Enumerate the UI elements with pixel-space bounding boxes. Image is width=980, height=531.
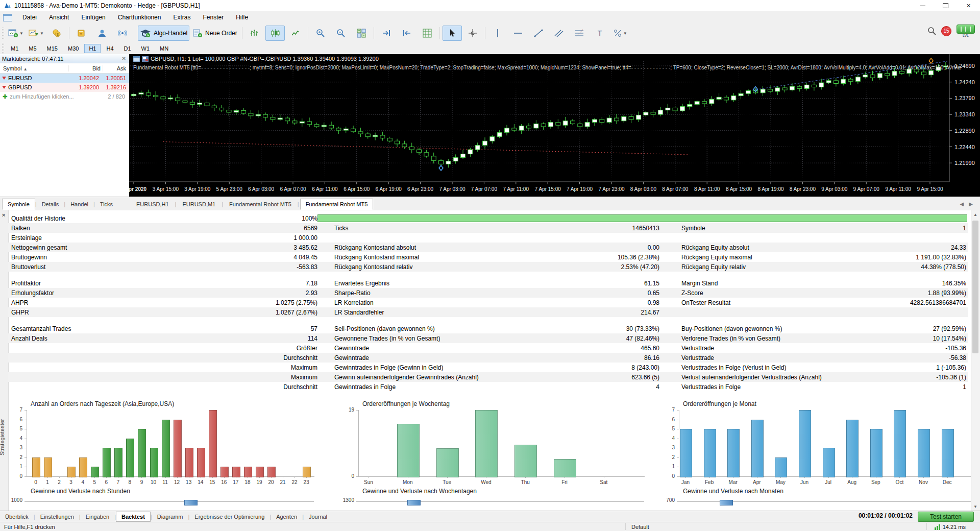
column-symbol[interactable]: Symbol ▲ [0, 65, 69, 71]
chart-tab-fundamental-robot-mt5[interactable]: Fundamental Robot MT5 [224, 199, 297, 209]
shapes-tool[interactable]: ▼ [610, 26, 630, 41]
timeframe-grip[interactable] [2, 42, 4, 55]
tester-tab-überblick[interactable]: Überblick [0, 512, 34, 521]
notification-badge[interactable]: 15 [941, 26, 951, 36]
timeframe-mn[interactable]: MN [155, 44, 173, 53]
scrollbar-thumb[interactable] [972, 221, 978, 353]
stat-value: -105.36 [833, 345, 968, 352]
tab-scroll-arrows[interactable]: ◀▶ [960, 201, 973, 207]
battery-label: LVL [957, 34, 975, 37]
market-watch-row-gbpusd[interactable]: GBPUSD1.392001.39216 [0, 83, 129, 92]
stats-scrollbar[interactable]: ▲ ▼ [971, 210, 980, 511]
market-tab-handel[interactable]: Handel [65, 199, 93, 209]
candlestick-chart[interactable]: 1.246901.242401.237901.233401.228901.224… [129, 54, 980, 197]
menu-ansicht[interactable]: Ansicht [43, 12, 75, 22]
grid-button[interactable] [418, 26, 437, 41]
timeframe-w1[interactable]: W1 [137, 44, 155, 53]
channel-tool[interactable] [549, 26, 569, 41]
column-ask[interactable]: Ask [103, 65, 129, 71]
stats-spacer-row [8, 317, 968, 324]
column-bid[interactable]: Bid [69, 65, 103, 71]
stat-value: 100% [179, 215, 317, 222]
y-tick-label: 0 [7, 473, 22, 479]
maximize-button[interactable] [934, 0, 957, 11]
crosshair-button[interactable] [463, 26, 482, 41]
timeframe-d1[interactable]: D1 [119, 44, 136, 53]
tester-tab-agenten[interactable]: Agenten [271, 512, 302, 521]
community-button[interactable] [92, 26, 112, 41]
tile-windows-button[interactable] [352, 26, 371, 41]
algo-trading-button[interactable]: Algo-Handel [138, 26, 189, 41]
close-button[interactable]: ✕ [957, 0, 980, 11]
svg-text:1.23340: 1.23340 [954, 111, 975, 117]
scroll-down-icon[interactable]: ▼ [971, 502, 979, 511]
timeframe-h1[interactable]: H1 [84, 44, 101, 53]
tester-tab-journal[interactable]: Journal [304, 512, 332, 521]
new-chart-button[interactable]: ▼ [6, 26, 26, 41]
market-watch-close-icon[interactable]: ✕ [121, 56, 127, 61]
menu-datei[interactable]: Datei [16, 12, 43, 22]
cursor-button[interactable] [443, 26, 462, 41]
tester-tab-ergebnisse-der-optimierung[interactable]: Ergebnisse der Optimierung [189, 512, 270, 521]
market-depth-button[interactable]: $ [47, 26, 66, 41]
stat-label: Z-Score [659, 289, 833, 297]
search-icon[interactable] [927, 27, 936, 35]
tester-tab-diagramm[interactable]: Diagramm [152, 512, 188, 521]
stats-row: GrößterGewinntrade465.60Verlusttrade-105… [8, 343, 968, 353]
tester-tab-einstellungen[interactable]: Einstellungen [35, 512, 79, 521]
zoom-out-button[interactable] [331, 26, 351, 41]
market-watch-add-row[interactable]: ✚ zum Hinzufügen klicken... 2 / 820 [0, 92, 129, 101]
chart-tab-eurusd-m1[interactable]: EURUSD,M1 [177, 199, 220, 209]
connection-level[interactable]: LVL [957, 25, 975, 37]
market-watch-row-eurusd[interactable]: EURUSD1.200421.20051 [0, 74, 129, 83]
new-order-button[interactable]: Neue Order [190, 26, 239, 41]
vertical-line-tool[interactable] [488, 26, 507, 41]
timeframe-m30[interactable]: M30 [63, 44, 83, 53]
market-tab-ticks[interactable]: Ticks [95, 199, 118, 209]
bar-nov [918, 429, 930, 477]
status-profile[interactable]: Default [631, 524, 649, 530]
toolbar-grip[interactable] [2, 27, 4, 39]
timeframe-m5[interactable]: M5 [24, 44, 41, 53]
autoscroll-button[interactable] [377, 26, 396, 41]
zoom-in-button[interactable] [311, 26, 330, 41]
stat-label: Verlust aufeinanderfolgender Verlusttrad… [659, 374, 833, 381]
fibonacci-tool[interactable] [570, 26, 589, 41]
timeframe-m1[interactable]: M1 [6, 44, 23, 53]
candle-chart-mode-button[interactable] [265, 26, 285, 41]
timeframe-h4[interactable]: H4 [102, 44, 118, 53]
timeframe-m15[interactable]: M15 [42, 44, 62, 53]
market-watch-columns[interactable]: Symbol ▲ Bid Ask [0, 63, 129, 74]
tester-tab-eingaben[interactable]: Eingaben [81, 512, 115, 521]
chart-tab-fundamental-robot-mt5[interactable]: Fundamental Robot MT5 [300, 199, 374, 210]
menu-hilfe[interactable]: Hilfe [230, 12, 254, 22]
line-chart-mode-button[interactable] [286, 26, 305, 41]
bar-chart-mode-button[interactable] [245, 26, 264, 41]
connection-status[interactable]: 14.21 ms [935, 524, 966, 530]
menu-einfügen[interactable]: Einfügen [75, 12, 111, 22]
trendline-tool[interactable] [529, 26, 548, 41]
broadcast-button[interactable] [113, 26, 132, 41]
scroll-up-icon[interactable]: ▲ [971, 210, 979, 219]
stat-value: 1.0275 (2.75%) [179, 299, 317, 306]
stats-row: Qualität der Historie100% [8, 213, 968, 223]
text-tool[interactable]: T [590, 26, 609, 41]
start-test-button[interactable]: Test starten [918, 512, 974, 522]
market-tab-symbole[interactable]: Symbole [2, 199, 35, 210]
tester-close-icon[interactable]: ✕ [2, 212, 6, 218]
chart-tab-eurusd-h1[interactable]: EURUSD,H1 [131, 199, 174, 209]
y-tick-label: 3 [659, 445, 675, 450]
profiles-button[interactable]: ▼ [27, 26, 46, 41]
strategy-tester-panel: ✕ Strategietester Qualität der Historie1… [0, 210, 980, 511]
market-tab-details[interactable]: Details [37, 199, 64, 209]
chart-shift-button[interactable] [397, 26, 416, 41]
menu-extras[interactable]: Extras [167, 12, 197, 22]
chart-window[interactable]: 1.246901.242401.237901.233401.228901.224… [129, 54, 980, 197]
minimize-button[interactable] [911, 0, 934, 11]
history-center-button[interactable]: 5 [72, 26, 91, 41]
menu-fenster[interactable]: Fenster [197, 12, 230, 22]
menu-chartfunktionen[interactable]: Chartfunktionen [112, 12, 167, 22]
tester-tab-backtest[interactable]: Backtest [116, 512, 151, 522]
stat-value: -105.36 (1) [833, 374, 968, 381]
horizontal-line-tool[interactable] [508, 26, 528, 41]
